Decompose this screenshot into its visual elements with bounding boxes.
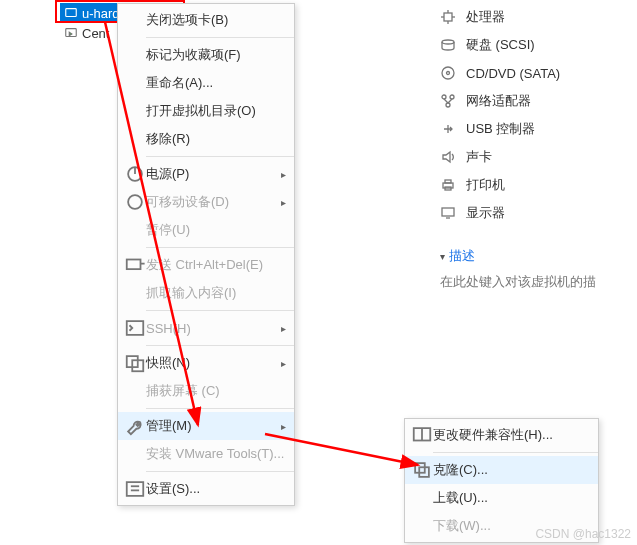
svg-rect-5 (127, 260, 141, 270)
tree-item-uhard[interactable]: u-hard (60, 3, 124, 23)
terminal-icon (124, 320, 146, 336)
svg-point-24 (442, 95, 446, 99)
hw-cpu[interactable]: 处理器 (440, 3, 635, 31)
hw-sound[interactable]: 声卡 (440, 143, 635, 171)
menu-separator (146, 156, 294, 157)
svg-point-4 (128, 195, 142, 209)
hardware-panel: 处理器 硬盘 (SCSI) CD/DVD (SATA) 网络适配器 USB 控制… (440, 3, 635, 291)
wrench-icon (124, 418, 146, 434)
svg-rect-6 (127, 321, 144, 335)
svg-point-21 (442, 40, 454, 44)
hw-display[interactable]: 显示器 (440, 199, 635, 227)
chevron-right-icon: ▸ (276, 358, 286, 369)
menu-separator (146, 310, 294, 311)
menu-separator (146, 408, 294, 409)
hw-usb[interactable]: USB 控制器 (440, 115, 635, 143)
menu-remove[interactable]: 移除(R) (118, 125, 294, 153)
submenu-upload[interactable]: 上载(U)... (405, 484, 598, 512)
menu-close-tab[interactable]: 关闭选项卡(B) (118, 6, 294, 34)
hw-label: 硬盘 (SCSI) (466, 36, 535, 54)
svg-rect-30 (442, 208, 454, 216)
menu-send-cad: 发送 Ctrl+Alt+Del(E) (118, 251, 294, 279)
menu-separator (146, 247, 294, 248)
network-icon (440, 93, 458, 109)
menu-open-dir[interactable]: 打开虚拟机目录(O) (118, 97, 294, 125)
hw-label: 显示器 (466, 204, 505, 222)
cd-icon (440, 65, 458, 81)
compat-icon (411, 427, 433, 443)
blank-icon (411, 490, 433, 506)
hw-label: CD/DVD (SATA) (466, 66, 560, 81)
menu-manage[interactable]: 管理(M) ▸ (118, 412, 294, 440)
svg-rect-16 (444, 13, 452, 21)
vm-icon (64, 26, 78, 40)
clone-icon (411, 462, 433, 478)
tree-item-label: u-hard (82, 6, 120, 21)
snapshot-icon (124, 355, 146, 371)
usb-icon (440, 121, 458, 137)
tree-item-centos[interactable]: Cent (60, 23, 124, 43)
submenu-clone[interactable]: 克隆(C)... (405, 456, 598, 484)
menu-grab-input: 抓取输入内容(I) (118, 279, 294, 307)
hw-disk[interactable]: 硬盘 (SCSI) (440, 31, 635, 59)
sound-icon (440, 149, 458, 165)
chevron-down-icon: ▾ (440, 251, 445, 262)
blank-icon (124, 12, 146, 28)
disk-icon (440, 37, 458, 53)
submenu-compat[interactable]: 更改硬件兼容性(H)... (405, 421, 598, 449)
display-icon (440, 205, 458, 221)
section-title: 描述 (449, 247, 475, 265)
svg-point-22 (442, 67, 454, 79)
svg-point-25 (450, 95, 454, 99)
blank-icon (124, 131, 146, 147)
vm-icon (64, 6, 78, 20)
device-icon (124, 194, 146, 210)
blank-icon (124, 103, 146, 119)
menu-separator (146, 471, 294, 472)
blank-icon (124, 446, 146, 462)
chevron-right-icon: ▸ (276, 323, 286, 334)
description-header[interactable]: ▾ 描述 (440, 247, 635, 265)
vm-context-menu: 关闭选项卡(B) 标记为收藏项(F) 重命名(A)... 打开虚拟机目录(O) … (117, 3, 295, 506)
blank-icon (124, 383, 146, 399)
menu-ssh: SSH(H) ▸ (118, 314, 294, 342)
cpu-icon (440, 9, 458, 25)
hw-cd[interactable]: CD/DVD (SATA) (440, 59, 635, 87)
hw-label: 打印机 (466, 176, 505, 194)
menu-capture: 捕获屏幕 (C) (118, 377, 294, 405)
blank-icon (124, 75, 146, 91)
tree-item-label: Cent (82, 26, 109, 41)
printer-icon (440, 177, 458, 193)
menu-power[interactable]: 电源(P) ▸ (118, 160, 294, 188)
svg-rect-28 (445, 180, 451, 183)
menu-favorite[interactable]: 标记为收藏项(F) (118, 41, 294, 69)
hw-label: 处理器 (466, 8, 505, 26)
hw-net[interactable]: 网络适配器 (440, 87, 635, 115)
menu-rename[interactable]: 重命名(A)... (118, 69, 294, 97)
blank-icon (411, 518, 433, 534)
svg-rect-1 (66, 29, 77, 37)
menu-settings[interactable]: 设置(S)... (118, 475, 294, 503)
svg-point-26 (446, 103, 450, 107)
hw-printer[interactable]: 打印机 (440, 171, 635, 199)
chevron-right-icon: ▸ (276, 197, 286, 208)
hw-label: USB 控制器 (466, 120, 535, 138)
menu-separator (146, 345, 294, 346)
menu-removable: 可移动设备(D) ▸ (118, 188, 294, 216)
hw-label: 声卡 (466, 148, 492, 166)
send-icon (124, 257, 146, 273)
description-placeholder[interactable]: 在此处键入对该虚拟机的描 (440, 273, 635, 291)
power-icon (124, 166, 146, 182)
svg-rect-9 (127, 482, 144, 496)
svg-point-23 (447, 72, 450, 75)
menu-snapshot[interactable]: 快照(N) ▸ (118, 349, 294, 377)
blank-icon (124, 285, 146, 301)
settings-icon (124, 481, 146, 497)
manage-submenu: 更改硬件兼容性(H)... 克隆(C)... 上载(U)... 下载(W)... (404, 418, 599, 543)
vm-tree: u-hard Cent (60, 3, 124, 43)
menu-separator (146, 37, 294, 38)
chevron-right-icon: ▸ (276, 169, 286, 180)
menu-separator (433, 452, 598, 453)
watermark: CSDN @hac1322 (535, 527, 631, 541)
menu-install-tools: 安装 VMware Tools(T)... (118, 440, 294, 468)
